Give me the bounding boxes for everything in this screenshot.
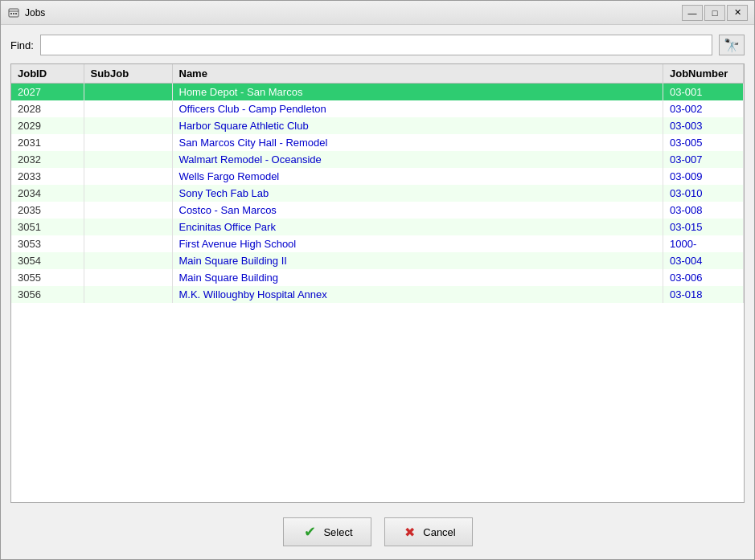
cell-jobid: 2029 (11, 117, 84, 134)
table-row[interactable]: 2035Costco - San Marcos03-008 (11, 202, 744, 219)
col-header-subjob: SubJob (84, 64, 172, 84)
cell-jobid: 2028 (11, 100, 84, 117)
cell-jobid: 3051 (11, 219, 84, 235)
cell-jobnumber: 03-002 (663, 100, 744, 117)
table-row[interactable]: 2033Wells Fargo Remodel03-009 (11, 168, 744, 185)
cell-name: Encinitas Office Park (172, 219, 663, 235)
cell-name: Walmart Remodel - Oceanside (172, 151, 663, 168)
jobs-table: JobID SubJob Name JobNumber 2027Home Dep… (11, 64, 744, 303)
title-bar-controls: — □ ✕ (682, 5, 748, 21)
table-row[interactable]: 2027Home Depot - San Marcos03-001 (11, 84, 744, 101)
cell-name: Main Square Building (172, 269, 663, 286)
find-label: Find: (10, 39, 34, 51)
cancel-button[interactable]: Cancel (384, 517, 473, 546)
cell-name: San Marcos City Hall - Remodel (172, 134, 663, 151)
cell-subjob (84, 168, 172, 185)
cell-jobnumber: 03-018 (663, 286, 744, 303)
cell-subjob (84, 84, 172, 101)
select-button[interactable]: Select (283, 517, 371, 546)
cell-name: Costco - San Marcos (172, 202, 663, 219)
table-row[interactable]: 3051Encinitas Office Park03-015 (11, 219, 744, 235)
cell-name: Harbor Square Athletic Club (172, 117, 663, 134)
cell-jobid: 2033 (11, 168, 84, 185)
find-input[interactable] (40, 35, 712, 55)
search-button[interactable]: 🔭 (719, 35, 745, 55)
cell-jobnumber: 1000- (663, 235, 744, 252)
cell-name: Officers Club - Camp Pendleton (172, 100, 663, 117)
cell-jobnumber: 03-015 (663, 219, 744, 235)
cell-name: Main Square Building II (172, 252, 663, 269)
table-row[interactable]: 2028Officers Club - Camp Pendleton03-002 (11, 100, 744, 117)
cell-jobnumber: 03-007 (663, 151, 744, 168)
table-row[interactable]: 3054Main Square Building II03-004 (11, 252, 744, 269)
table-row[interactable]: 3056M.K. Willoughby Hospital Annex03-018 (11, 286, 744, 303)
cell-name: M.K. Willoughby Hospital Annex (172, 286, 663, 303)
cell-subjob (84, 134, 172, 151)
cell-jobnumber: 03-006 (663, 269, 744, 286)
cell-subjob (84, 151, 172, 168)
table-row[interactable]: 2034Sony Tech Fab Lab03-010 (11, 185, 744, 202)
cell-jobnumber: 03-009 (663, 168, 744, 185)
cell-subjob (84, 219, 172, 235)
cell-subjob (84, 286, 172, 303)
table-row[interactable]: 2032Walmart Remodel - Oceanside03-007 (11, 151, 744, 168)
cell-name: Sony Tech Fab Lab (172, 185, 663, 202)
svg-rect-3 (13, 13, 14, 14)
binoculars-icon: 🔭 (724, 38, 740, 53)
table-row[interactable]: 3053First Avenue High School1000- (11, 235, 744, 252)
cell-jobid: 2034 (11, 185, 84, 202)
table-row[interactable]: 3055Main Square Building03-006 (11, 269, 744, 286)
cell-subjob (84, 269, 172, 286)
cell-jobid: 2031 (11, 134, 84, 151)
jobs-window: Jobs — □ ✕ Find: 🔭 JobID SubJob Name (0, 0, 755, 560)
col-header-jobid: JobID (11, 64, 84, 84)
svg-rect-2 (10, 13, 12, 14)
cancel-icon (400, 523, 418, 541)
cell-jobid: 3053 (11, 235, 84, 252)
col-header-name: Name (172, 64, 663, 84)
col-header-jobnumber: JobNumber (663, 64, 744, 84)
cell-subjob (84, 202, 172, 219)
maximize-button[interactable]: □ (704, 5, 725, 21)
checkmark-icon (301, 523, 318, 541)
cell-jobid: 2027 (11, 84, 84, 101)
window-icon (7, 6, 20, 19)
window-title: Jobs (25, 7, 682, 18)
cell-jobid: 3056 (11, 286, 84, 303)
cell-jobnumber: 03-005 (663, 134, 744, 151)
cell-jobid: 2032 (11, 151, 84, 168)
table-header-row: JobID SubJob Name JobNumber (11, 64, 744, 84)
cell-subjob (84, 117, 172, 134)
cell-subjob (84, 185, 172, 202)
footer-buttons: Select Cancel (10, 511, 745, 550)
cell-name: First Avenue High School (172, 235, 663, 252)
cell-jobid: 3055 (11, 269, 84, 286)
table-row[interactable]: 2031San Marcos City Hall - Remodel03-005 (11, 134, 744, 151)
cell-name: Home Depot - San Marcos (172, 84, 663, 101)
minimize-button[interactable]: — (682, 5, 703, 21)
cell-subjob (84, 235, 172, 252)
find-row: Find: 🔭 (10, 35, 745, 55)
title-bar: Jobs — □ ✕ (1, 1, 754, 25)
cell-jobnumber: 03-008 (663, 202, 744, 219)
select-label: Select (323, 526, 352, 538)
cell-subjob (84, 100, 172, 117)
cell-subjob (84, 252, 172, 269)
cell-jobnumber: 03-001 (663, 84, 744, 101)
svg-rect-4 (15, 13, 17, 14)
table-row[interactable]: 2029Harbor Square Athletic Club03-003 (11, 117, 744, 134)
cell-jobid: 2035 (11, 202, 84, 219)
cancel-label: Cancel (423, 526, 455, 538)
cell-name: Wells Fargo Remodel (172, 168, 663, 185)
jobs-table-container: JobID SubJob Name JobNumber 2027Home Dep… (10, 63, 745, 503)
content-area: Find: 🔭 JobID SubJob Name JobNumber 2027… (1, 25, 754, 559)
cell-jobid: 3054 (11, 252, 84, 269)
cell-jobnumber: 03-003 (663, 117, 744, 134)
close-button[interactable]: ✕ (727, 5, 748, 21)
cell-jobnumber: 03-010 (663, 185, 744, 202)
cell-jobnumber: 03-004 (663, 252, 744, 269)
